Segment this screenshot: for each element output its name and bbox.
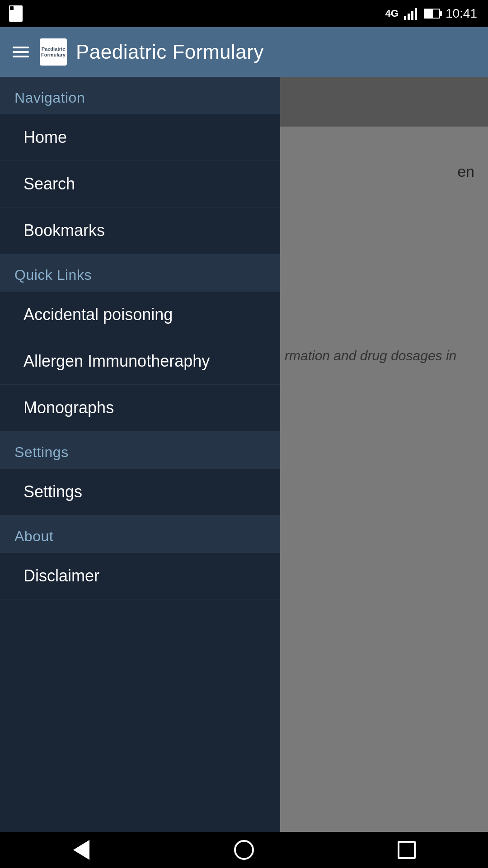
section-label-about: About bbox=[14, 528, 53, 544]
section-header-about: About bbox=[0, 515, 280, 553]
app-logo-line1: Paediatric bbox=[42, 46, 66, 52]
content-area: en rmation and drug dosages in bbox=[280, 77, 488, 832]
status-icons: 4G 10:41 bbox=[385, 6, 477, 21]
sd-card-area bbox=[9, 5, 23, 22]
nav-item-monographs[interactable]: Monographs bbox=[0, 385, 280, 431]
app-header: Paediatric Formulary Paediatric Formular… bbox=[0, 27, 488, 77]
nav-item-bookmarks[interactable]: Bookmarks bbox=[0, 208, 280, 254]
nav-item-allergen-immunotheraphy[interactable]: Allergen Immunotheraphy bbox=[0, 338, 280, 385]
hamburger-line-2 bbox=[13, 51, 29, 53]
content-partial-text: rmation and drug dosages in bbox=[280, 344, 488, 368]
navigation-drawer: Navigation Home Search Bookmarks Quick L… bbox=[0, 77, 280, 832]
section-header-settings: Settings bbox=[0, 431, 280, 469]
nav-item-search[interactable]: Search bbox=[0, 161, 280, 208]
network-indicator: 4G bbox=[385, 8, 399, 19]
nav-item-home[interactable]: Home bbox=[0, 114, 280, 161]
signal-icon bbox=[404, 7, 418, 20]
section-label-settings: Settings bbox=[14, 444, 69, 460]
bottom-navigation-bar bbox=[0, 832, 488, 868]
content-partial-en: en bbox=[457, 163, 474, 180]
nav-item-disclaimer[interactable]: Disclaimer bbox=[0, 553, 280, 599]
back-button[interactable] bbox=[68, 836, 95, 863]
sd-card-icon bbox=[9, 5, 23, 22]
nav-item-accidental-poisoning[interactable]: Accidental poisoning bbox=[0, 292, 280, 338]
section-label-quick-links: Quick Links bbox=[14, 267, 92, 283]
recents-button[interactable] bbox=[393, 836, 420, 863]
battery-icon bbox=[424, 9, 440, 19]
hamburger-line-3 bbox=[13, 56, 29, 57]
home-button[interactable] bbox=[230, 836, 258, 863]
clock: 10:41 bbox=[446, 6, 477, 21]
status-bar: 4G 10:41 bbox=[0, 0, 488, 27]
nav-item-settings[interactable]: Settings bbox=[0, 469, 280, 515]
app-logo: Paediatric Formulary bbox=[40, 38, 67, 66]
app-title: Paediatric Formulary bbox=[76, 41, 264, 63]
hamburger-line-1 bbox=[13, 47, 29, 48]
home-icon bbox=[234, 840, 254, 860]
section-header-quick-links: Quick Links bbox=[0, 254, 280, 292]
section-header-navigation: Navigation bbox=[0, 77, 280, 114]
back-icon bbox=[73, 840, 89, 860]
content-toolbar bbox=[280, 77, 488, 127]
app-logo-line2: Formulary bbox=[41, 52, 66, 58]
section-label-navigation: Navigation bbox=[14, 90, 85, 106]
recents-icon bbox=[398, 841, 416, 859]
hamburger-menu-button[interactable] bbox=[11, 45, 31, 59]
main-layout: Navigation Home Search Bookmarks Quick L… bbox=[0, 77, 488, 832]
